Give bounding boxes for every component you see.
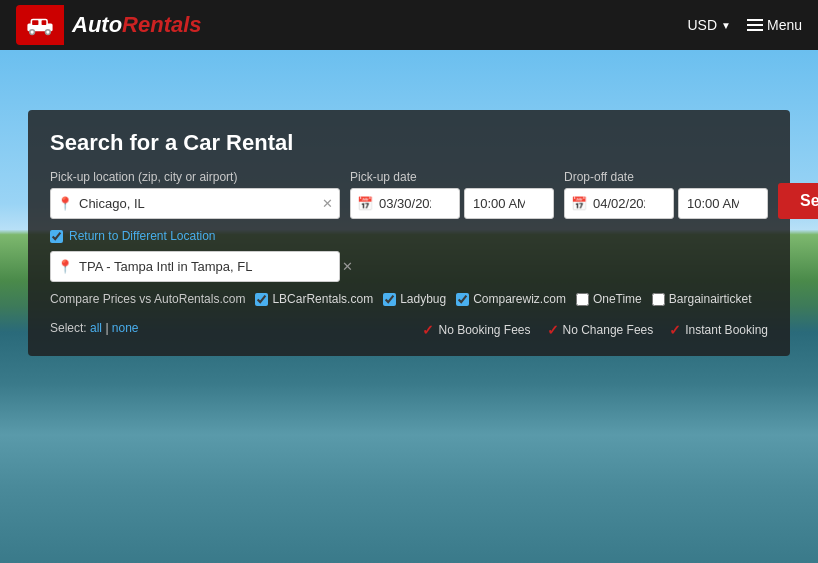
menu-button[interactable]: Menu bbox=[747, 17, 802, 33]
compare-label-bargain: Bargainairticket bbox=[669, 292, 752, 306]
pickup-time-wrapper bbox=[464, 188, 554, 219]
pickup-location-wrapper: 📍 ✕ bbox=[50, 188, 340, 219]
header-right: USD ▼ Menu bbox=[688, 17, 803, 33]
return-different-checkbox[interactable] bbox=[50, 230, 63, 243]
benefit-label-booking: No Booking Fees bbox=[438, 323, 530, 337]
dropoff-date-input[interactable] bbox=[564, 188, 674, 219]
benefit-instant-booking: ✓ Instant Booking bbox=[669, 322, 768, 338]
return-different-row: Return to Different Location bbox=[50, 229, 768, 243]
benefit-label-change: No Change Fees bbox=[563, 323, 654, 337]
search-panel: Search for a Car Rental Pick-up location… bbox=[28, 110, 790, 356]
compare-item-comparewiz: Comparewiz.com bbox=[456, 292, 566, 306]
compare-item-lbcar: LBCarRentals.com bbox=[255, 292, 373, 306]
compare-row: Compare Prices vs AutoRentals.com LBCarR… bbox=[50, 292, 768, 306]
search-button[interactable]: Search bbox=[778, 183, 818, 219]
search-row-main: Pick-up location (zip, city or airport) … bbox=[50, 170, 768, 219]
logo-text: AutoRentals bbox=[64, 12, 202, 38]
check-icon-booking: ✓ bbox=[422, 322, 434, 338]
svg-point-7 bbox=[46, 31, 49, 34]
compare-checkbox-lbcar[interactable] bbox=[255, 293, 268, 306]
dropoff-time-wrapper bbox=[678, 188, 768, 219]
compare-checkbox-ladybug[interactable] bbox=[383, 293, 396, 306]
benefit-no-change-fees: ✓ No Change Fees bbox=[547, 322, 654, 338]
return-location-wrapper: 📍 ✕ bbox=[50, 251, 360, 282]
pickup-date-input[interactable] bbox=[350, 188, 460, 219]
dropoff-date-label: Drop-off date bbox=[564, 170, 768, 184]
hamburger-icon bbox=[747, 19, 763, 31]
currency-label: USD bbox=[688, 17, 718, 33]
dropoff-time-input[interactable] bbox=[678, 188, 768, 219]
svg-rect-3 bbox=[42, 20, 47, 25]
select-row: Select: all | none bbox=[50, 321, 139, 335]
pickup-date-wrapper: 📅 bbox=[350, 188, 460, 219]
currency-chevron-icon: ▼ bbox=[721, 20, 731, 31]
currency-selector[interactable]: USD ▼ bbox=[688, 17, 731, 33]
car-icon bbox=[24, 14, 56, 36]
dropoff-date-group: Drop-off date 📅 bbox=[564, 170, 768, 219]
header: AutoRentals USD ▼ Menu bbox=[0, 0, 818, 50]
pickup-time-input[interactable] bbox=[464, 188, 554, 219]
check-icon-instant: ✓ bbox=[669, 322, 681, 338]
logo-icon-box bbox=[16, 5, 64, 45]
hero-section: Search for a Car Rental Pick-up location… bbox=[0, 50, 818, 563]
compare-item-bargain: Bargainairticket bbox=[652, 292, 752, 306]
select-label: Select: bbox=[50, 321, 87, 335]
benefit-label-instant: Instant Booking bbox=[685, 323, 768, 337]
pickup-location-group: Pick-up location (zip, city or airport) … bbox=[50, 170, 340, 219]
compare-item-onetime: OneTime bbox=[576, 292, 642, 306]
benefits-row: ✓ No Booking Fees ✓ No Change Fees ✓ Ins… bbox=[422, 322, 768, 338]
pickup-date-group: Pick-up date 📅 bbox=[350, 170, 554, 219]
pickup-location-label: Pick-up location (zip, city or airport) bbox=[50, 170, 340, 184]
dropoff-date-time: 📅 bbox=[564, 188, 768, 219]
search-title: Search for a Car Rental bbox=[50, 130, 768, 156]
select-all-link[interactable]: all bbox=[90, 321, 102, 335]
return-different-label[interactable]: Return to Different Location bbox=[69, 229, 216, 243]
benefit-no-booking-fees: ✓ No Booking Fees bbox=[422, 322, 530, 338]
menu-label: Menu bbox=[767, 17, 802, 33]
compare-label-onetime: OneTime bbox=[593, 292, 642, 306]
pickup-date-label: Pick-up date bbox=[350, 170, 554, 184]
select-none-link[interactable]: none bbox=[112, 321, 139, 335]
svg-point-5 bbox=[31, 31, 34, 34]
dropoff-date-wrapper: 📅 bbox=[564, 188, 674, 219]
compare-label: Compare Prices vs AutoRentals.com bbox=[50, 292, 245, 306]
pickup-location-input[interactable] bbox=[50, 188, 340, 219]
pickup-date-time: 📅 bbox=[350, 188, 554, 219]
clear-return-location-icon[interactable]: ✕ bbox=[342, 259, 353, 274]
clear-location-icon[interactable]: ✕ bbox=[322, 196, 333, 211]
compare-label-comparewiz: Comparewiz.com bbox=[473, 292, 566, 306]
compare-checkbox-bargain[interactable] bbox=[652, 293, 665, 306]
compare-label-ladybug: Ladybug bbox=[400, 292, 446, 306]
return-location-input[interactable] bbox=[50, 251, 340, 282]
check-icon-change: ✓ bbox=[547, 322, 559, 338]
logo-area: AutoRentals bbox=[16, 5, 202, 45]
compare-item-ladybug: Ladybug bbox=[383, 292, 446, 306]
compare-checkbox-comparewiz[interactable] bbox=[456, 293, 469, 306]
svg-rect-2 bbox=[32, 20, 38, 25]
compare-label-lbcar: LBCarRentals.com bbox=[272, 292, 373, 306]
compare-checkbox-onetime[interactable] bbox=[576, 293, 589, 306]
